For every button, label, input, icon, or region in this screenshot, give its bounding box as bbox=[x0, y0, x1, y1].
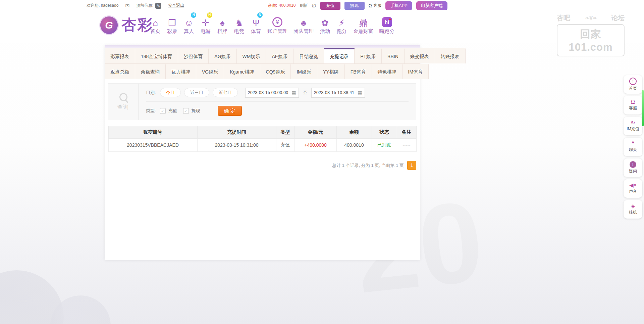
page-number-button[interactable]: 1 bbox=[407, 161, 416, 170]
nav-item[interactable]: 鼎 金鼎财富 bbox=[350, 14, 376, 35]
type-filter-row: 类型: ✓ 充值 ✓ 提现 确 定 bbox=[146, 102, 409, 120]
type-checkbox-group[interactable]: ✓ 提现 bbox=[183, 108, 200, 114]
confirm-button[interactable]: 确 定 bbox=[218, 106, 242, 116]
report-tab[interactable]: 瓦力棋牌 bbox=[166, 64, 196, 79]
sidebar-item[interactable]: ↻ IM充值 bbox=[624, 117, 642, 135]
sidebar-label: 疑问 bbox=[629, 169, 637, 174]
eye-off-icon[interactable]: ∅ bbox=[312, 3, 316, 9]
nav-item[interactable]: Ψ N 体育 bbox=[248, 14, 264, 35]
table-header-cell: 账变编号 bbox=[108, 126, 197, 139]
headset-icon: Ω bbox=[369, 3, 372, 8]
mobile-app-button[interactable]: 手机APP bbox=[385, 1, 412, 10]
report-tab[interactable]: BBIN bbox=[382, 48, 405, 63]
date-to-input[interactable]: 2023-03-15 10:38:41 ▦ bbox=[311, 88, 365, 98]
cell-amount: +400.0000 bbox=[294, 139, 336, 152]
refresh-link[interactable]: 刷新 bbox=[300, 3, 308, 8]
site-logo[interactable]: G 杏彩 bbox=[99, 15, 153, 35]
balance: 余额: 400.0010 bbox=[268, 3, 296, 8]
quick-date-pill[interactable]: 近七日 bbox=[213, 88, 238, 97]
nav-item[interactable]: ¥ 账户管理 bbox=[264, 14, 290, 35]
nav-item[interactable]: ♠ 棋牌 bbox=[214, 14, 231, 35]
withdraw-button[interactable]: 提现 bbox=[344, 2, 365, 10]
query-panel: 查询 日期: 今日 近三日 近七日 2023-03-15 00:00:00 ▦ bbox=[108, 83, 416, 120]
type-checkbox-group[interactable]: ✓ 充值 bbox=[160, 108, 177, 114]
sidebar-item[interactable]: ❝ 聊天 bbox=[624, 138, 642, 156]
calendar-icon[interactable]: ▦ bbox=[291, 90, 296, 95]
scrollbar-thumb[interactable] bbox=[642, 90, 644, 126]
nav-icon: Ψ bbox=[252, 18, 260, 27]
sidebar-icon: ! bbox=[630, 161, 636, 168]
nav-item[interactable]: ⌂ 首页 bbox=[147, 14, 164, 35]
report-tab[interactable]: 充提记录 bbox=[324, 48, 355, 63]
report-tab[interactable]: FB体育 bbox=[345, 64, 372, 79]
report-tab[interactable]: 特免棋牌 bbox=[372, 64, 402, 79]
sidebar-item[interactable]: ◀× 声音 bbox=[624, 179, 642, 198]
sidebar-item[interactable]: Ω 客服 bbox=[624, 96, 642, 114]
sidebar-icon: ◈ bbox=[631, 203, 635, 209]
nav-label: 棋牌 bbox=[217, 28, 227, 35]
checkbox-icon[interactable]: ✓ bbox=[160, 108, 166, 114]
floating-sidebar: ↑ 首页 Ω 客服 ↻ IM充值 ❝ 聊天 ! 疑问 ◀× 声音 ◈ 挂机 bbox=[624, 75, 642, 219]
sidebar-item[interactable]: ↑ 首页 bbox=[624, 75, 642, 94]
pc-client-button[interactable]: 电脑客户端 bbox=[416, 1, 447, 10]
nav-item[interactable]: ⚡ 跑分 bbox=[333, 14, 350, 35]
nav-label: 体育 bbox=[251, 28, 261, 35]
logout-link[interactable]: 安全退出 bbox=[168, 3, 184, 8]
nav-item[interactable]: ✿ 活动 bbox=[317, 14, 333, 35]
report-tab[interactable]: CQ9娱乐 bbox=[260, 64, 291, 79]
quick-date-pill[interactable]: 今日 bbox=[160, 88, 181, 97]
nav-label: 彩票 bbox=[167, 28, 177, 35]
main-nav: ⌂ 首页 ❒ 彩票 ☺ N 真人 bbox=[147, 14, 397, 35]
report-tab[interactable]: 返点总额 bbox=[105, 64, 135, 79]
nav-item[interactable]: ♞ 电竞 bbox=[231, 14, 248, 35]
report-tab[interactable]: AG娱乐 bbox=[209, 48, 236, 63]
reserved-label: 预留信息: bbox=[136, 3, 153, 8]
balance-value: 400.0010 bbox=[279, 3, 296, 8]
report-tab[interactable]: 转账报表 bbox=[435, 48, 466, 63]
cell-record-id: 20230315VBBEACJAED bbox=[108, 139, 197, 152]
tabs-row-1: 彩票报表 188金宝博体育 沙巴体育 AG娱乐 WM娱乐 AE娱乐 日结总览 充… bbox=[105, 48, 420, 64]
nav-item[interactable]: ❒ 彩票 bbox=[164, 14, 180, 35]
report-tab[interactable]: IM娱乐 bbox=[291, 64, 317, 79]
nav-item[interactable]: hi 嗨跑分 bbox=[376, 14, 397, 35]
report-tab[interactable]: PT娱乐 bbox=[355, 48, 382, 63]
edit-pencil-icon[interactable]: ✎ bbox=[155, 3, 161, 9]
table-header-cell: 充提时间 bbox=[197, 126, 276, 139]
report-tab[interactable]: 账变报表 bbox=[405, 48, 435, 63]
cell-time: 2023-03-15 10:31:00 bbox=[197, 139, 276, 152]
nav-label: 嗨跑分 bbox=[379, 28, 394, 35]
nav-item[interactable]: ✛ H 电游 bbox=[197, 14, 214, 35]
nav-icon: ♠ bbox=[220, 18, 225, 27]
nav-item[interactable]: ♣ 团队管理 bbox=[290, 14, 317, 35]
report-tab[interactable]: 沙巴体育 bbox=[178, 48, 209, 63]
quick-date-pill[interactable]: 近三日 bbox=[184, 88, 209, 97]
report-tab[interactable]: WM娱乐 bbox=[237, 48, 266, 63]
deposit-button[interactable]: 充值 bbox=[320, 2, 340, 10]
sidebar-label: 首页 bbox=[629, 86, 637, 91]
main-card: 彩票报表 188金宝博体育 沙巴体育 AG娱乐 WM娱乐 AE娱乐 日结总览 充… bbox=[105, 45, 420, 260]
cell-type: 充值 bbox=[276, 139, 294, 152]
report-tab[interactable]: 彩票报表 bbox=[105, 48, 135, 63]
reserved-info: 预留信息: ✎ bbox=[136, 3, 161, 9]
sidebar-item[interactable]: ! 疑问 bbox=[624, 158, 642, 177]
report-tab[interactable]: Kgame棋牌 bbox=[224, 64, 260, 79]
report-tab[interactable]: 日结总览 bbox=[293, 48, 324, 63]
date-from-input[interactable]: 2023-03-15 00:00:00 ▦ bbox=[245, 88, 299, 98]
checkbox-icon[interactable]: ✓ bbox=[183, 108, 189, 114]
report-tab[interactable]: YY棋牌 bbox=[317, 64, 345, 79]
type-label: 类型: bbox=[146, 108, 156, 114]
nav-item[interactable]: ☺ N 真人 bbox=[180, 14, 197, 35]
pagination-summary: 总计 1 个记录, 分为 1 页, 当前第 1 页 bbox=[332, 163, 404, 169]
nav-icon: ⚡ bbox=[339, 18, 345, 27]
sidebar-item[interactable]: ◈ 挂机 bbox=[624, 200, 642, 219]
customer-service-link[interactable]: Ω 客服 bbox=[369, 3, 381, 8]
report-tab[interactable]: 余额查询 bbox=[135, 64, 166, 79]
calendar-icon[interactable]: ▦ bbox=[358, 90, 362, 95]
report-tab[interactable]: AE娱乐 bbox=[266, 48, 293, 63]
pagination: 总计 1 个记录, 分为 1 页, 当前第 1 页 1 bbox=[105, 161, 416, 170]
report-tab[interactable]: 188金宝博体育 bbox=[135, 48, 178, 63]
table-row: 20230315VBBEACJAED 2023-03-15 10:31:00 充… bbox=[108, 139, 416, 152]
mail-icon[interactable]: ✉ bbox=[125, 3, 129, 9]
report-tab[interactable]: VG娱乐 bbox=[196, 64, 224, 79]
report-tab[interactable]: IM体育 bbox=[402, 64, 429, 79]
